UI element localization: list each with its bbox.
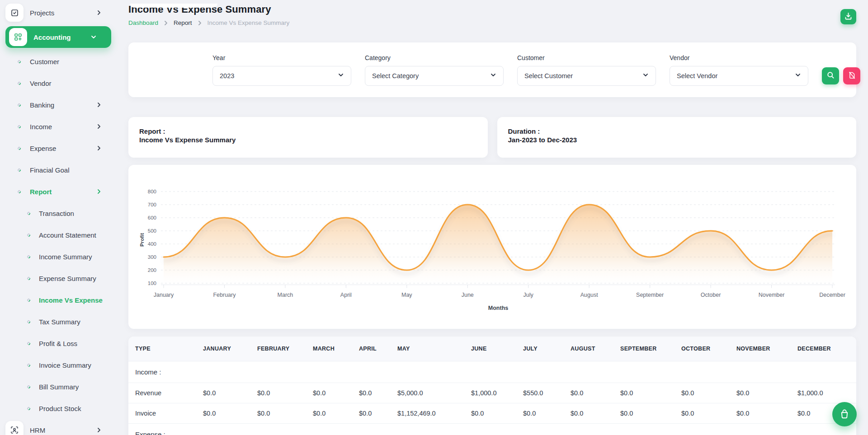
sidebar-item-accounting[interactable]: Accounting	[5, 26, 111, 48]
filter-field-customer: CustomerSelect Customer	[517, 54, 656, 86]
duration-value: Jan-2023 to Dec-2023	[508, 136, 846, 144]
svg-text:700: 700	[148, 202, 156, 207]
sidebar-item-account-statement[interactable]: Account Statement	[0, 224, 117, 246]
main-content: Income Vs Expense Summary DashboardRepor…	[117, 0, 868, 435]
sidebar-item-income-summary[interactable]: Income Summary	[0, 246, 117, 267]
customer-label: Customer	[517, 54, 656, 61]
sidebar-item-profit-loss[interactable]: Profit & Loss	[0, 332, 117, 354]
sidebar-item-product-stock[interactable]: Product Stock	[0, 398, 117, 419]
file-off-icon	[848, 71, 856, 81]
sidebar-item-projects[interactable]: Projects	[0, 2, 117, 23]
column-header-july: JULY	[516, 337, 564, 361]
svg-text:June: June	[462, 292, 474, 298]
apply-filter-button[interactable]	[822, 67, 839, 84]
sidebar-item-income-vs-expense[interactable]: Income Vs Expense	[0, 289, 117, 311]
svg-text:100: 100	[148, 281, 156, 286]
customer-select[interactable]: Select Customer	[517, 66, 656, 86]
svg-text:December: December	[819, 292, 845, 298]
sidebar-item-bill-summary[interactable]: Bill Summary	[0, 376, 117, 398]
sidebar-item-expense[interactable]: Expense	[0, 137, 117, 159]
chevron-right-icon	[96, 123, 102, 130]
column-header-september: SEPTEMBER	[613, 337, 675, 361]
year-select[interactable]: 2023	[212, 66, 351, 86]
scrolled-card-edge	[130, 4, 217, 8]
bullet-icon	[27, 298, 31, 302]
sidebar-item-label: Expense	[30, 145, 56, 152]
sidebar-item-expense-summary[interactable]: Expense Summary	[0, 267, 117, 289]
svg-text:August: August	[580, 292, 598, 298]
sidebar-item-finacial-goal[interactable]: Finacial Goal	[0, 159, 117, 181]
page-header: Income Vs Expense Summary DashboardRepor…	[128, 4, 856, 26]
sidebar-item-banking[interactable]: Banking	[0, 94, 117, 116]
vendor-selected-value: Select Vendor	[677, 72, 717, 80]
bullet-icon	[27, 363, 31, 367]
svg-text:July: July	[524, 292, 534, 298]
svg-text:May: May	[401, 292, 412, 298]
sidebar: ProjectsAccountingCustomerVendorBankingI…	[0, 0, 117, 435]
sidebar-item-income[interactable]: Income	[0, 116, 117, 137]
customer-selected-value: Select Customer	[524, 72, 573, 80]
vendor-select[interactable]: Select Vendor	[670, 66, 808, 86]
chart-x-axis-title: Months	[488, 305, 508, 311]
chevron-right-icon	[96, 427, 102, 433]
chevron-right-icon	[96, 145, 102, 151]
sidebar-item-label: Tax Summary	[39, 318, 80, 326]
svg-text:600: 600	[148, 215, 156, 220]
report-value: Income Vs Expense Summary	[139, 136, 477, 144]
download-button[interactable]	[840, 9, 856, 24]
breadcrumb: DashboardReportIncome Vs Expense Summary	[128, 19, 289, 26]
sidebar-item-label: Income Summary	[39, 253, 92, 261]
bullet-icon	[17, 103, 22, 107]
column-header-december: DECEMBER	[791, 337, 856, 361]
svg-text:500: 500	[148, 228, 156, 234]
sidebar-item-tax-summary[interactable]: Tax Summary	[0, 311, 117, 332]
filter-card: Year2023CategorySelect CategoryCustomerS…	[128, 42, 856, 97]
sidebar-item-customer[interactable]: Customer	[0, 51, 117, 72]
sidebar-item-label: Invoice Summary	[39, 361, 91, 369]
bullet-icon	[17, 189, 22, 194]
download-icon	[844, 12, 853, 22]
sidebar-item-label: Expense Summary	[39, 275, 96, 282]
chart-area-fill	[164, 205, 832, 285]
svg-text:400: 400	[148, 241, 156, 247]
sidebar-item-label: Customer	[30, 58, 59, 65]
sidebar-item-hrm[interactable]: HRM	[0, 419, 117, 435]
sidebar-item-report[interactable]: Report	[0, 181, 117, 202]
column-header-april: APRIL	[352, 337, 391, 361]
filter-actions	[822, 67, 860, 84]
bullet-icon	[27, 233, 31, 237]
filter-field-vendor: VendorSelect Vendor	[670, 54, 808, 86]
chart-y-axis-labels: 800700600500400300200100	[148, 189, 156, 286]
sidebar-item-transaction[interactable]: Transaction	[0, 202, 117, 224]
chevron-right-icon	[163, 20, 169, 26]
chevron-right-icon	[96, 9, 102, 16]
sidebar-item-invoice-summary[interactable]: Invoice Summary	[0, 354, 117, 376]
chevron-right-icon	[96, 102, 102, 108]
table-section-income: Income :	[128, 361, 856, 383]
year-label: Year	[212, 54, 351, 61]
year-selected-value: 2023	[220, 72, 234, 80]
shop-float-button[interactable]	[832, 402, 857, 426]
table-header-row: TYPEJANUARYFEBRUARYMARCHAPRILMAYJUNEJULY…	[128, 337, 856, 361]
sidebar-item-label: Income Vs Expense	[39, 296, 103, 304]
user-scan-icon	[5, 421, 24, 435]
breadcrumb-link-dashboard[interactable]: Dashboard	[128, 19, 158, 26]
breadcrumb-link-report[interactable]: Report	[174, 19, 192, 26]
apps-plus-icon	[9, 28, 27, 46]
bullet-icon	[17, 124, 22, 129]
category-select[interactable]: Select Category	[365, 66, 504, 86]
column-header-may: MAY	[391, 337, 464, 361]
svg-text:April: April	[340, 292, 352, 298]
filter-field-year: Year2023	[212, 54, 351, 86]
report-label: Report :	[139, 127, 477, 136]
reset-filter-button[interactable]	[843, 67, 860, 84]
sidebar-item-label: Accounting	[33, 33, 71, 41]
column-header-february: FEBRUARY	[250, 337, 306, 361]
sidebar-item-vendor[interactable]: Vendor	[0, 72, 117, 94]
column-header-type: TYPE	[128, 337, 196, 361]
shopping-bag-icon	[839, 408, 850, 421]
chevron-down-icon	[642, 72, 649, 80]
bullet-icon	[17, 59, 22, 64]
chevron-down-icon	[795, 72, 801, 80]
column-header-november: NOVEMBER	[730, 337, 791, 361]
